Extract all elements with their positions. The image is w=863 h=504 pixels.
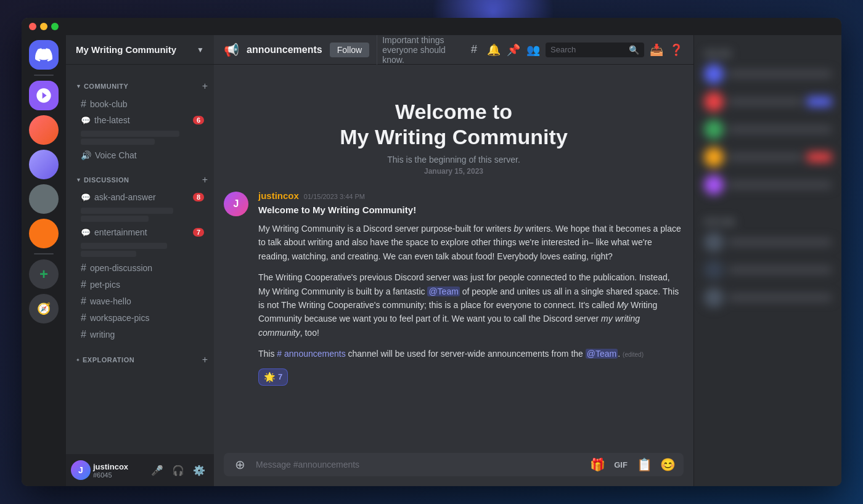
add-attachment-button[interactable]: ⊕ bbox=[229, 453, 251, 476]
search-box[interactable]: Search 🔍 bbox=[546, 43, 644, 57]
member-item-1[interactable] bbox=[699, 60, 836, 87]
channel-item-the-latest[interactable]: 💬 the-latest 6 bbox=[71, 113, 209, 128]
member-item-5[interactable] bbox=[699, 171, 836, 198]
preview-item-3 bbox=[71, 240, 209, 259]
edited-label: (edited) bbox=[623, 351, 644, 358]
member-avatar-8 bbox=[704, 288, 724, 307]
server-icon-discord[interactable] bbox=[29, 40, 59, 70]
channel-item-open-discussion[interactable]: # open-discussion bbox=[71, 260, 209, 276]
message-header: justincox 01/15/2023 3:44 PM bbox=[258, 190, 684, 201]
server-icon-3[interactable] bbox=[29, 150, 59, 179]
channel-item-book-club[interactable]: # book-club bbox=[71, 96, 209, 112]
explore-servers-button[interactable]: 🧭 bbox=[29, 294, 59, 323]
category-discussion[interactable]: ▼ DISCUSSION + bbox=[66, 163, 214, 189]
settings-button[interactable]: ⚙️ bbox=[189, 460, 209, 480]
italic-by: by bbox=[513, 224, 523, 234]
member-item-6[interactable] bbox=[699, 229, 836, 256]
channel-sidebar: My Writing Community ▼ ▼ COMMUNITY + # b… bbox=[66, 35, 214, 486]
inbox-button[interactable]: 📥 bbox=[649, 43, 664, 57]
member-avatar-6 bbox=[704, 232, 724, 252]
mute-button[interactable]: 🎤 bbox=[147, 460, 167, 480]
sticker-button[interactable]: 📋 bbox=[633, 453, 655, 476]
channel-badge-entertainment: 7 bbox=[193, 228, 204, 237]
message-author-avatar[interactable]: J bbox=[224, 192, 248, 216]
deafen-button[interactable]: 🎧 bbox=[168, 460, 188, 480]
channel-item-entertainment[interactable]: 💬 entertainment 7 bbox=[71, 225, 209, 240]
server-icon-2[interactable] bbox=[29, 115, 59, 145]
gif-button[interactable]: GIF bbox=[610, 453, 632, 476]
reaction-star[interactable]: 🌟 7 bbox=[258, 368, 288, 386]
member-name-7 bbox=[729, 267, 832, 273]
message-avatar-inner: J bbox=[224, 192, 248, 216]
reaction-count: 7 bbox=[278, 371, 282, 383]
channel-item-ask-and-answer[interactable]: 💬 ask-and-answer 8 bbox=[71, 190, 209, 205]
header-actions: # 🔔 📌 👥 Search 🔍 📥 ❓ bbox=[467, 43, 684, 57]
message-author-name[interactable]: justincox bbox=[258, 190, 299, 201]
server-list: + 🧭 bbox=[22, 35, 66, 486]
member-item-8[interactable] bbox=[699, 284, 836, 311]
forum-icon: 💬 bbox=[81, 116, 91, 125]
server-divider bbox=[34, 75, 54, 76]
server-icon-4[interactable] bbox=[29, 184, 59, 214]
channel-item-writing[interactable]: # writing bbox=[71, 327, 209, 343]
channel-badge-the-latest: 6 bbox=[193, 116, 204, 124]
welcome-line2: My Writing Community bbox=[340, 125, 568, 148]
member-name-6 bbox=[729, 239, 832, 245]
help-button[interactable]: ❓ bbox=[669, 43, 684, 57]
add-server-button[interactable]: + bbox=[29, 259, 59, 289]
follow-button[interactable]: Follow bbox=[330, 43, 369, 57]
member-name-5 bbox=[729, 182, 832, 188]
minimize-button[interactable] bbox=[40, 23, 47, 30]
announcements-link[interactable]: # announcements bbox=[277, 349, 345, 359]
user-avatar[interactable]: J bbox=[71, 460, 91, 480]
member-item-3[interactable] bbox=[699, 116, 836, 143]
forum-icon-2: 💬 bbox=[81, 193, 91, 202]
notification-settings-button[interactable]: 🔔 bbox=[486, 43, 501, 57]
message-paragraph-1: My Writing Community is a Discord server… bbox=[258, 222, 684, 263]
category-chevron-icon-exploration: ✦ bbox=[76, 357, 80, 363]
channel-item-voice-chat[interactable]: 🔊 Voice Chat bbox=[71, 148, 209, 163]
category-community[interactable]: ▼ COMMUNITY + bbox=[66, 70, 214, 96]
message-input-box: ⊕ 🎁 GIF 📋 😊 bbox=[224, 453, 684, 476]
channel-item-wave-hello[interactable]: # wave-hello bbox=[71, 293, 209, 309]
pinned-messages-button[interactable]: 📌 bbox=[506, 43, 521, 57]
threads-button[interactable]: # bbox=[467, 43, 481, 57]
maximize-button[interactable] bbox=[51, 23, 59, 30]
reaction-emoji: 🌟 bbox=[264, 370, 276, 384]
chevron-down-icon: ▼ bbox=[197, 46, 204, 54]
hash-icon-6: # bbox=[81, 329, 86, 340]
server-icon-writing-community[interactable] bbox=[29, 81, 59, 110]
gift-button[interactable]: 🎁 bbox=[586, 453, 608, 476]
member-item-7[interactable] bbox=[699, 256, 836, 283]
close-button[interactable] bbox=[29, 23, 36, 30]
channel-description: Important things everyone should know. bbox=[377, 35, 459, 65]
channel-item-workspace-pics[interactable]: # workspace-pics bbox=[71, 310, 209, 326]
add-channel-button-community[interactable]: + bbox=[201, 79, 209, 93]
input-right-buttons: 🎁 GIF 📋 😊 bbox=[586, 453, 679, 476]
messages-area[interactable]: Welcome to My Writing Community This is … bbox=[214, 65, 693, 448]
user-discriminator-label: #6045 bbox=[93, 471, 145, 479]
add-channel-button-discussion[interactable]: + bbox=[201, 173, 209, 187]
forum-icon-3: 💬 bbox=[81, 228, 91, 237]
mention-team-1[interactable]: @Team bbox=[427, 287, 459, 296]
username-label: justincox bbox=[93, 462, 145, 471]
channel-header-name: announcements bbox=[247, 44, 322, 55]
search-icon: 🔍 bbox=[629, 45, 639, 55]
member-list-button[interactable]: 👥 bbox=[526, 43, 541, 57]
member-item-4[interactable] bbox=[699, 144, 836, 171]
member-item-2[interactable] bbox=[699, 88, 836, 115]
emoji-button[interactable]: 😊 bbox=[656, 453, 679, 476]
server-name-header[interactable]: My Writing Community ▼ bbox=[66, 35, 214, 65]
member-section-header-2: OFFLINE bbox=[699, 208, 836, 228]
member-badge-2 bbox=[807, 97, 832, 107]
message-input[interactable] bbox=[256, 453, 581, 476]
category-exploration[interactable]: ✦ EXPLORATION + bbox=[66, 343, 214, 369]
channel-header: 📢 announcements Follow Important things … bbox=[214, 35, 693, 65]
add-channel-button-exploration[interactable]: + bbox=[201, 353, 209, 367]
user-info: justincox #6045 bbox=[93, 462, 145, 479]
channel-badge-ask: 8 bbox=[193, 193, 204, 201]
channel-item-pet-pics[interactable]: # pet-pics bbox=[71, 277, 209, 293]
mention-team-2[interactable]: @Team bbox=[586, 349, 618, 359]
server-icon-5[interactable] bbox=[29, 219, 59, 248]
member-name-1 bbox=[729, 71, 832, 77]
